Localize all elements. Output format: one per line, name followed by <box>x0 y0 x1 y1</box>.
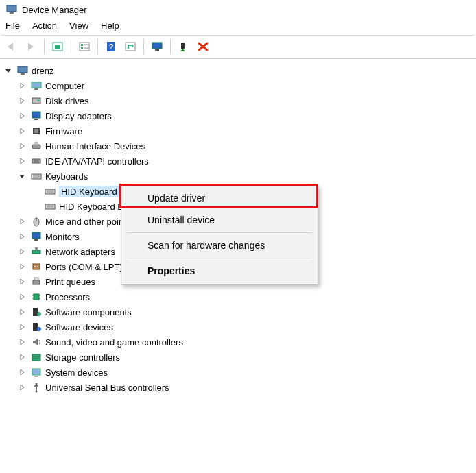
chevron-down-icon[interactable] <box>16 171 27 182</box>
chevron-right-icon[interactable] <box>16 231 27 242</box>
tree-item-label: IDE ATA/ATAPI controllers <box>45 156 149 167</box>
tree-item[interactable]: Storage controllers <box>16 350 476 365</box>
chevron-right-icon[interactable] <box>16 337 27 348</box>
svg-point-46 <box>34 266 36 267</box>
chevron-right-icon[interactable] <box>16 80 27 91</box>
toolbar: ? <box>0 36 476 58</box>
tree-item[interactable]: Software devices <box>16 319 476 335</box>
firmware-icon <box>30 125 43 136</box>
tree-item[interactable]: IDE ATA/ATAPI controllers <box>16 154 476 169</box>
chevron-right-icon[interactable] <box>16 276 27 287</box>
tb-btn-1[interactable] <box>49 38 67 55</box>
tree-item[interactable]: System devices <box>16 365 476 380</box>
storage-icon <box>30 352 43 363</box>
tree-item[interactable]: Keyboards <box>16 169 476 184</box>
tb-remove-button[interactable] <box>194 38 212 55</box>
ctx-update-driver[interactable]: Update driver <box>121 187 318 209</box>
chevron-down-icon[interactable] <box>3 65 14 76</box>
tree-item-label: Monitors <box>45 232 80 242</box>
tb-monitor-button[interactable] <box>148 38 166 55</box>
chevron-right-icon[interactable] <box>16 110 27 121</box>
chevron-right-icon[interactable] <box>16 367 27 378</box>
chevron-right-icon[interactable] <box>16 246 27 257</box>
chevron-right-icon[interactable] <box>16 95 27 106</box>
cpu-icon <box>30 291 43 302</box>
tree-item-label: Computer <box>45 81 84 91</box>
chevron-right-icon[interactable] <box>16 141 27 151</box>
tb-scan-button[interactable] <box>121 38 139 55</box>
svg-rect-3 <box>55 45 60 49</box>
chevron-right-icon[interactable] <box>16 291 27 302</box>
chevron-right-icon[interactable] <box>16 306 27 317</box>
chevron-right-icon[interactable] <box>16 352 27 363</box>
tb-install-button[interactable] <box>175 38 193 55</box>
tree-root[interactable]: drenz <box>3 63 476 78</box>
svg-rect-48 <box>33 280 40 284</box>
printer-icon <box>30 276 43 287</box>
svg-rect-57 <box>33 323 38 331</box>
svg-rect-27 <box>32 159 40 163</box>
tree-item[interactable]: Software components <box>16 304 476 319</box>
tb-btn-2[interactable] <box>75 38 93 55</box>
network-icon <box>30 246 43 257</box>
ide-icon <box>30 156 43 167</box>
display-icon <box>30 110 43 121</box>
chevron-right-icon[interactable] <box>16 125 27 136</box>
tree-item-label: Print queues <box>45 277 95 287</box>
svg-rect-18 <box>34 88 38 90</box>
forward-button[interactable] <box>22 38 40 55</box>
tree-item-label: Sound, video and game controllers <box>45 337 183 348</box>
tree-item[interactable]: Sound, video and game controllers <box>16 335 476 350</box>
svg-rect-61 <box>32 369 40 375</box>
menu-view[interactable]: View <box>69 21 88 31</box>
tree-item[interactable]: Processors <box>16 289 476 304</box>
toolbar-separator <box>170 39 171 54</box>
ctx-separator <box>127 232 312 233</box>
svg-text:?: ? <box>109 43 114 51</box>
menu-help[interactable]: Help <box>101 21 119 31</box>
svg-rect-50 <box>34 294 39 300</box>
tb-help-button[interactable]: ? <box>102 38 120 55</box>
chevron-right-icon[interactable] <box>16 382 27 393</box>
tree-item[interactable]: Human Interface Devices <box>16 138 476 154</box>
tree-item[interactable]: Firmware <box>16 123 476 138</box>
hid-icon <box>30 141 43 151</box>
svg-rect-22 <box>34 119 38 120</box>
svg-rect-14 <box>181 43 185 49</box>
menu-file[interactable]: File <box>5 21 20 31</box>
svg-point-64 <box>36 383 38 385</box>
ctx-separator <box>127 258 312 258</box>
tree-item-label: Display adapters <box>45 111 112 121</box>
svg-rect-42 <box>34 239 38 241</box>
tree-item-label: Software devices <box>45 322 113 332</box>
svg-rect-5 <box>81 44 83 46</box>
sound-icon <box>30 337 43 348</box>
menu-action[interactable]: Action <box>32 21 57 31</box>
tree-item[interactable]: Universal Serial Bus controllers <box>16 380 476 395</box>
ctx-scan-hardware[interactable]: Scan for hardware changes <box>121 234 318 256</box>
svg-rect-15 <box>18 66 27 73</box>
tree-item[interactable]: Computer <box>16 78 476 93</box>
chevron-right-icon[interactable] <box>16 156 27 167</box>
ctx-uninstall-device[interactable]: Uninstall device <box>121 209 318 231</box>
svg-rect-17 <box>32 82 41 88</box>
svg-point-56 <box>37 312 41 316</box>
swcomp-icon <box>30 306 43 317</box>
computer-root-icon <box>16 65 29 76</box>
svg-rect-49 <box>34 278 38 280</box>
chevron-right-icon[interactable] <box>16 216 27 227</box>
tree-item-label: Processors <box>45 292 90 302</box>
svg-rect-1 <box>10 12 14 14</box>
ctx-properties[interactable]: Properties <box>121 260 318 282</box>
tree-item[interactable]: Disk drives <box>16 93 476 108</box>
svg-rect-44 <box>35 247 38 250</box>
chevron-right-icon[interactable] <box>16 322 27 332</box>
svg-rect-59 <box>32 354 40 357</box>
svg-point-47 <box>37 266 38 267</box>
tree-item-label: Human Interface Devices <box>45 141 145 151</box>
back-button[interactable] <box>3 38 21 55</box>
svg-rect-45 <box>33 264 40 269</box>
tree-item[interactable]: Display adapters <box>16 108 476 123</box>
chevron-right-icon[interactable] <box>16 261 27 272</box>
svg-point-58 <box>37 327 41 331</box>
